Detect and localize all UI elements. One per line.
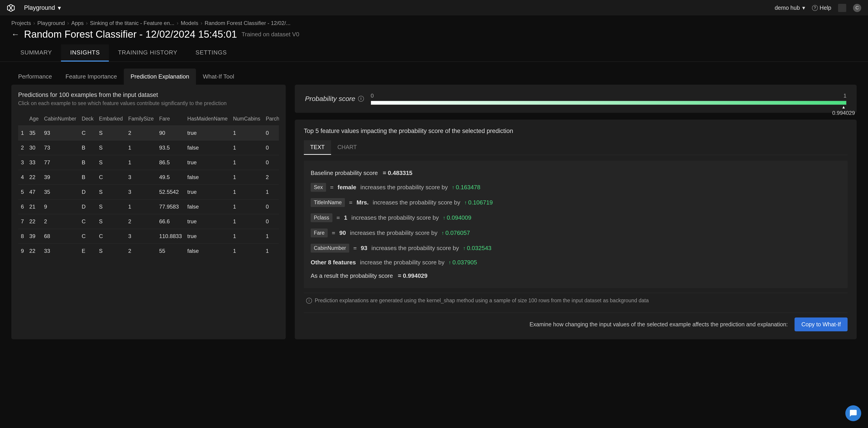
chevron-right-icon: ›	[67, 20, 69, 26]
back-arrow-icon[interactable]: ←	[11, 29, 20, 39]
copy-to-whatif-button[interactable]: Copy to What-If	[795, 317, 847, 331]
chevron-down-icon: ▾	[802, 4, 805, 11]
logo-icon[interactable]	[7, 4, 15, 12]
tab-chart[interactable]: CHART	[331, 140, 363, 155]
feature-value: female	[338, 184, 356, 191]
axis-max: 1	[843, 93, 846, 99]
table-row[interactable]: 83968CC3110.8833true1110.9764→1	[18, 229, 279, 244]
col-header[interactable]: Parch	[263, 112, 279, 126]
feature-chip: TitleInName	[311, 198, 345, 207]
text-chart-tabs: TEXTCHART	[304, 140, 847, 155]
result-row: As a result the probability score = 0.99…	[311, 269, 841, 283]
chevron-right-icon: ›	[177, 20, 179, 26]
col-header[interactable]: Embarked	[96, 112, 126, 126]
info-icon: i	[306, 298, 312, 304]
chevron-right-icon: ›	[200, 20, 202, 26]
feature-value: 1	[344, 214, 347, 221]
help-link[interactable]: ? Help	[812, 4, 831, 11]
chevron-down-icon: ▾	[58, 4, 61, 11]
score-label: Probability score i	[305, 95, 364, 103]
subtab-performance[interactable]: Performance	[11, 68, 59, 85]
page-title: Random Forest Classifier - 12/02/2024 15…	[24, 29, 237, 40]
delta-value: 0.032543	[463, 245, 491, 252]
table-row[interactable]: 92233ES255false1110.9729→1	[18, 244, 279, 258]
table-row[interactable]: 42239BC349.5false1210.9852→1	[18, 170, 279, 185]
table-row[interactable]: 13593CS290true1010.994→1	[18, 126, 279, 140]
score-axis: 0 1 0.994029	[371, 93, 846, 105]
col-header[interactable]: NumCabins	[230, 112, 263, 126]
tab-training-history[interactable]: TRAINING HISTORY	[109, 45, 186, 61]
explain-title: Top 5 feature values impacting the proba…	[304, 127, 847, 135]
col-header[interactable]: Deck	[79, 112, 96, 126]
feature-value: 93	[361, 245, 367, 252]
hub-selector[interactable]: demo hub ▾	[775, 4, 805, 11]
col-header[interactable]: Fare	[156, 112, 185, 126]
tab-text[interactable]: TEXT	[304, 140, 331, 155]
top-bar: Playground ▾ demo hub ▾ ? Help C	[0, 0, 868, 16]
help-icon: ?	[812, 5, 818, 11]
chevron-right-icon: ›	[86, 20, 88, 26]
feature-chip: Pclass	[311, 213, 333, 222]
table-row[interactable]: 6219DS177.9583false1010.9801→1	[18, 199, 279, 214]
delta-value: 0.163478	[452, 184, 480, 191]
tab-settings[interactable]: SETTINGS	[186, 45, 236, 61]
breadcrumb-item[interactable]: Playground	[37, 20, 65, 26]
table-row[interactable]: 54735DS352.5542true1110.9851→1	[18, 185, 279, 199]
predictions-subtitle: Click on each example to see which featu…	[18, 100, 279, 107]
explanation-panel: Top 5 feature values impacting the proba…	[295, 120, 857, 339]
table-row[interactable]: 23073BS193.5false1010.9919→1	[18, 140, 279, 155]
nav-playground[interactable]: Playground ▾	[24, 4, 61, 11]
feature-value: Mrs.	[356, 199, 369, 206]
tab-insights[interactable]: INSIGHTS	[61, 45, 109, 61]
baseline-row: Baseline probability score = 0.483315	[311, 166, 841, 180]
chevron-right-icon: ›	[33, 20, 35, 26]
score-value: 0.994029	[832, 110, 855, 116]
hub-label: demo hub	[775, 4, 800, 11]
chat-fab[interactable]	[845, 405, 861, 421]
subtab-feature-importance[interactable]: Feature Importance	[59, 68, 124, 85]
nav-label: Playground	[24, 4, 55, 11]
delta-value: 0.076057	[441, 229, 470, 236]
breadcrumb-item[interactable]: Apps	[71, 20, 84, 26]
col-header[interactable]: HasMaidenName	[185, 112, 230, 126]
feature-chip: Fare	[311, 229, 328, 237]
feature-row: Sex=femaleincreases the probability scor…	[311, 180, 841, 195]
predictions-title: Predictions for 100 examples from the in…	[18, 91, 279, 98]
tab-summary[interactable]: SUMMARY	[11, 45, 61, 61]
info-icon[interactable]: i	[358, 96, 364, 102]
apps-icon[interactable]	[838, 4, 846, 12]
feature-chip: CabinNumber	[311, 244, 349, 253]
predictions-panel: Predictions for 100 examples from the in…	[11, 85, 286, 339]
breadcrumb-item[interactable]: Models	[181, 20, 198, 26]
other-features-row: Other 8 features increase the probabilit…	[311, 256, 841, 269]
col-header[interactable]: Age	[27, 112, 41, 126]
breadcrumb-item[interactable]: Sinking of the titanic - Feature en...	[90, 20, 174, 26]
score-marker-icon	[841, 105, 845, 110]
col-header[interactable]	[18, 112, 27, 126]
predictions-table-wrap[interactable]: AgeCabinNumberDeckEmbarkedFamilySizeFare…	[18, 112, 279, 258]
delta-value: 0.094009	[443, 214, 471, 221]
feature-row: Fare=90increases the probability score b…	[311, 225, 841, 240]
delta-value: 0.106719	[464, 199, 493, 206]
score-card: Probability score i 0 1 0.994029	[295, 85, 857, 113]
axis-min: 0	[371, 93, 374, 99]
explain-body: Baseline probability score = 0.483315 Se…	[304, 161, 847, 288]
feature-row: TitleInName=Mrs.increases the probabilit…	[311, 195, 841, 210]
predictions-table: AgeCabinNumberDeckEmbarkedFamilySizeFare…	[18, 112, 279, 258]
col-header[interactable]: FamilySize	[125, 112, 156, 126]
feature-chip: Sex	[311, 183, 326, 192]
col-header[interactable]: CabinNumber	[41, 112, 79, 126]
sub-tabs: PerformanceFeature ImportancePrediction …	[0, 62, 868, 85]
main-tabs: SUMMARYINSIGHTSTRAINING HISTORYSETTINGS	[0, 45, 868, 62]
table-row[interactable]: 33377BS186.5true1010.9893→1	[18, 155, 279, 170]
breadcrumb-item[interactable]: Random Forest Classifier - 12/02/...	[205, 20, 290, 26]
help-label: Help	[820, 4, 831, 11]
subtab-prediction-explanation[interactable]: Prediction Explanation	[124, 68, 196, 85]
subtab-what-if-tool[interactable]: What-If Tool	[196, 68, 241, 85]
page-subtitle: Trained on dataset V0	[242, 31, 299, 38]
examine-text: Examine how changing the input values of…	[529, 321, 788, 328]
feature-row: CabinNumber=93increases the probability …	[311, 240, 841, 256]
avatar[interactable]: C	[853, 4, 861, 12]
breadcrumb-item[interactable]: Projects	[11, 20, 31, 26]
table-row[interactable]: 7222CS266.6true1010.9774→1	[18, 214, 279, 229]
